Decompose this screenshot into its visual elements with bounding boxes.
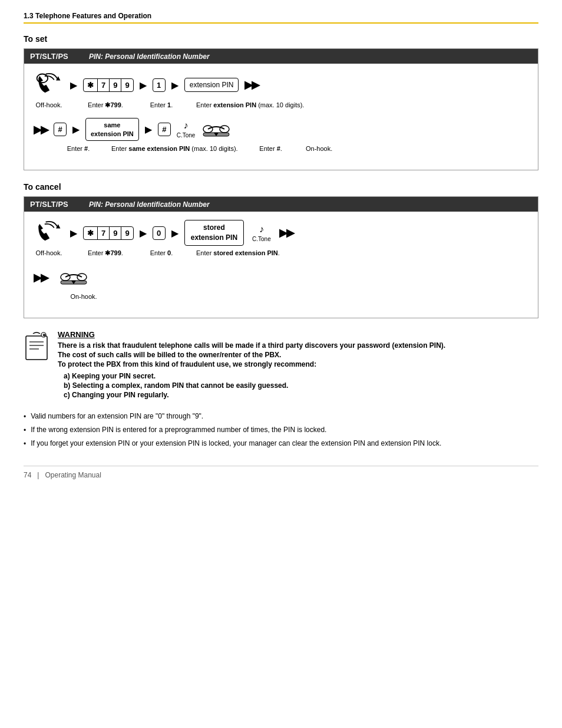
label-onhook-set: On-hook. — [306, 145, 332, 152]
warning-item-b: b) Selecting a complex, random PIN that … — [64, 381, 538, 390]
page-number: 74 — [24, 471, 31, 479]
offhook-phone-set — [34, 72, 64, 98]
bullet-item-2: • If the wrong extension PIN is entered … — [24, 426, 538, 434]
svg-text:✱: ✱ — [42, 333, 46, 337]
bullet-dot-3: • — [24, 440, 26, 448]
bullet-text-1: Valid numbers for an extension PIN are "… — [31, 412, 203, 420]
label-samepin-set: Enter same extension PIN (max. 10 digits… — [111, 145, 238, 152]
warning-line3: To protect the PBX from this kind of fra… — [58, 360, 538, 368]
double-arrow-cancel1: ▶▶ — [279, 226, 293, 239]
star799-key: ✱ 7 9 9 — [83, 78, 134, 92]
warning-content: WARNING There is a risk that fraudulent … — [58, 330, 538, 403]
section-header: 1.3 Telephone Features and Operation — [24, 12, 538, 24]
label-storedpin-cancel: Enter stored extension PIN. — [196, 249, 280, 256]
onhook-icon-cancel — [58, 265, 89, 289]
label-onhook-cancel: On-hook. — [70, 293, 97, 300]
onhook-icon-set — [201, 117, 232, 141]
cancel-step-row-1: ▶ ✱ 7 9 9 ▶ 0 ▶ storedextension PIN ♪ C.… — [34, 220, 528, 246]
ctone-label-set: C.Tone — [177, 132, 196, 139]
double-arrow-1: ▶▶ — [244, 78, 259, 91]
same-pin-box: sameextension PIN — [85, 118, 139, 141]
bullet-dot-2: • — [24, 426, 26, 434]
label-offhook-cancel: Off-hook. — [35, 249, 62, 256]
set-label-row-2: Enter #. Enter same extension PIN (max. … — [34, 145, 528, 152]
warning-line2: The cost of such calls will be billed to… — [58, 351, 538, 359]
to-set-label: To set — [24, 34, 538, 44]
arrow-c1c: ▶ — [171, 228, 178, 239]
label-enter799-set: Enter ✱799. — [88, 101, 123, 108]
key-hash-2: # — [158, 123, 171, 136]
extension-pin-box: extension PIN — [184, 78, 239, 92]
arrow-1a: ▶ — [70, 80, 77, 91]
warning-line1: There is a risk that fraudulent telephon… — [58, 341, 538, 350]
arrow-1c: ▶ — [171, 80, 178, 91]
arrow-c1a: ▶ — [70, 228, 77, 239]
ctone-music-icon-set: ♪ — [184, 120, 189, 131]
label-hash1-set: Enter #. — [67, 145, 90, 152]
set-step-row-2: ▶▶ # ▶ sameextension PIN ▶ # ♪ C.Tone — [34, 117, 528, 141]
double-arrow-2a: ▶▶ — [34, 123, 48, 136]
cancel-label-row-2: On-hook. — [34, 293, 528, 300]
cancel-step-row-2: ▶▶ — [34, 265, 528, 289]
pt-slt-ps-label-set: PT/SLT/PS — [30, 52, 77, 61]
star799-key-cancel: ✱ 7 9 9 — [83, 226, 134, 240]
set-label-row-1: Off-hook. Enter ✱799. Enter 1. Enter ext… — [34, 101, 528, 109]
pt-slt-ps-label-cancel: PT/SLT/PS — [30, 200, 77, 209]
warning-item-a: a) Keeping your PIN secret. — [64, 372, 538, 380]
offhook-phone-cancel — [34, 220, 64, 246]
arrow-2b: ▶ — [145, 124, 152, 135]
pin-title-cancel: PIN: Personal Identification Number — [89, 200, 210, 209]
svg-rect-11 — [26, 336, 47, 360]
set-step-row-1: ▶ ✱ 7 9 9 ▶ 1 ▶ extension PIN ▶▶ — [34, 72, 528, 98]
key-0: 0 — [153, 226, 166, 240]
warning-icon: ✱ — [24, 331, 49, 403]
footer-separator: | — [37, 471, 39, 479]
bullet-item-3: • If you forget your extension PIN or yo… — [24, 439, 538, 448]
to-set-box: PT/SLT/PS PIN: Personal Identification N… — [24, 48, 538, 170]
arrow-1b: ▶ — [140, 80, 147, 91]
bullet-text-3: If you forget your extension PIN or your… — [31, 439, 441, 447]
bullet-text-2: If the wrong extension PIN is entered fo… — [31, 426, 326, 434]
cancel-label-row-1: Off-hook. Enter ✱799. Enter 0. Enter sto… — [34, 249, 528, 257]
ctone-cancel: ♪ C.Tone — [252, 224, 271, 242]
bullet-section: • Valid numbers for an extension PIN are… — [24, 412, 538, 448]
label-enterpin-set: Enter extension PIN (max. 10 digits). — [196, 101, 304, 108]
to-cancel-box: PT/SLT/PS PIN: Personal Identification N… — [24, 196, 538, 318]
ctone-label-cancel: C.Tone — [252, 236, 271, 242]
warning-item-c: c) Changing your PIN regularly. — [64, 391, 538, 399]
ctone-music-icon-cancel: ♪ — [259, 224, 264, 235]
key-hash-1: # — [54, 123, 67, 136]
stored-pin-box: storedextension PIN — [184, 220, 244, 246]
arrow-2a: ▶ — [72, 124, 80, 135]
bullet-dot-1: • — [24, 413, 26, 421]
label-enter1-set: Enter 1. — [150, 101, 173, 108]
pin-title-set: PIN: Personal Identification Number — [89, 52, 210, 61]
footer-bar: 74 | Operating Manual — [24, 466, 538, 479]
manual-label: Operating Manual — [45, 471, 101, 479]
double-arrow-cancel2: ▶▶ — [34, 271, 48, 284]
to-cancel-box-header: PT/SLT/PS PIN: Personal Identification N… — [24, 197, 538, 212]
arrow-c1b: ▶ — [140, 228, 147, 239]
to-cancel-label: To cancel — [24, 182, 538, 192]
to-set-box-header: PT/SLT/PS PIN: Personal Identification N… — [24, 49, 538, 64]
warning-section: ✱ WARNING There is a risk that fraudulen… — [24, 330, 538, 403]
bullet-item-1: • Valid numbers for an extension PIN are… — [24, 412, 538, 421]
label-hash2-set: Enter #. — [259, 145, 282, 152]
label-enter0-cancel: Enter 0. — [150, 249, 173, 256]
label-enter799-cancel: Enter ✱799. — [88, 249, 123, 256]
label-offhook-set: Off-hook. — [35, 101, 62, 108]
warning-title: WARNING — [58, 330, 538, 339]
warning-list: a) Keeping your PIN secret. b) Selecting… — [64, 372, 538, 399]
ctone-set: ♪ C.Tone — [177, 120, 196, 139]
key-1: 1 — [153, 78, 166, 92]
